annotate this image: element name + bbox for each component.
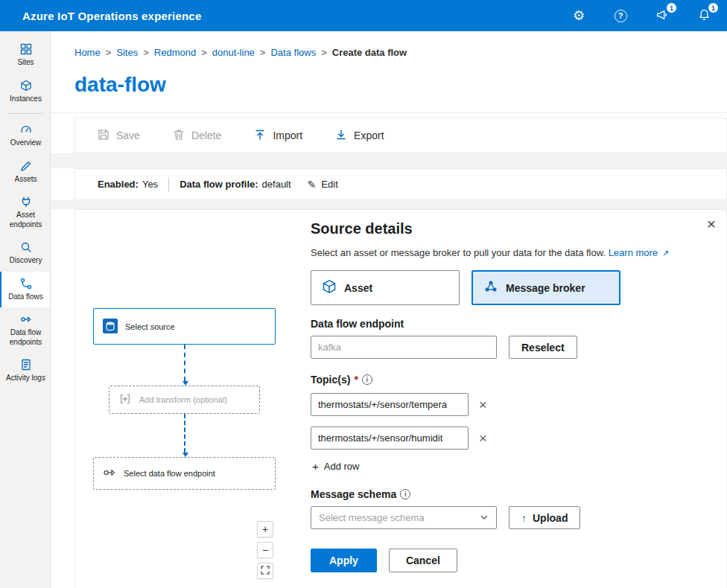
remove-topic-2-button[interactable]: × [479, 432, 487, 445]
select-endpoint-node[interactable]: Select data flow endpoint [93, 457, 276, 490]
add-row-button[interactable]: + Add row [312, 460, 359, 473]
sidebar-item-assets[interactable]: Assets [0, 154, 50, 191]
endpoint-field-label: Data flow endpoint [311, 318, 708, 330]
sidebar-item-discovery[interactable]: Discovery [0, 235, 50, 272]
schema-info-icon[interactable]: i [400, 489, 410, 499]
delete-label: Delete [191, 130, 221, 141]
zoom-in-button[interactable]: + [257, 521, 273, 537]
topics-label-text: Topic(s) [311, 374, 350, 386]
save-label: Save [116, 130, 140, 141]
delete-button[interactable]: Delete [173, 129, 221, 143]
asset-icon [322, 279, 337, 296]
sidebar-item-instances[interactable]: Instances [0, 74, 50, 110]
status-bar: Enabled: Yes Data flow profile: default … [74, 168, 727, 200]
main-area: Home > Sites > Redmond > donut-line > Da… [51, 31, 727, 588]
export-icon [335, 129, 347, 143]
sidebar-label: Discovery [10, 256, 42, 266]
sidebar-item-overview[interactable]: Overview [0, 118, 50, 154]
topics-field-label: Topic(s) * i [311, 374, 708, 386]
dismiss-icon: × [479, 431, 487, 446]
export-label: Export [354, 130, 384, 141]
breadcrumb-home[interactable]: Home [74, 47, 101, 58]
import-icon [254, 129, 266, 143]
gear-icon: ⚙ [573, 9, 585, 22]
header-divider [51, 112, 727, 113]
endpoint-node-label: Select data flow endpoint [124, 469, 215, 478]
edit-label: Edit [321, 179, 337, 190]
settings-button[interactable]: ⚙ [569, 6, 588, 25]
breadcrumb-current: Create data flow [332, 47, 407, 58]
fit-view-button[interactable] [257, 563, 273, 579]
add-transform-node[interactable]: Add transform (optional) [109, 386, 260, 414]
source-type-selector: Asset Message broker [311, 270, 708, 305]
export-button[interactable]: Export [335, 129, 384, 143]
panel-description-text: Select an asset or message broker to pul… [311, 247, 606, 258]
asset-endpoints-icon [20, 196, 32, 208]
topic-input-2[interactable] [311, 426, 469, 450]
help-icon: ? [615, 10, 627, 22]
transform-node-icon [118, 392, 132, 407]
close-icon: × [707, 215, 716, 232]
dismiss-icon: × [479, 397, 487, 412]
upload-button[interactable]: ↑ Upload [509, 506, 580, 529]
breadcrumb-sites[interactable]: Sites [116, 47, 138, 58]
endpoint-input[interactable] [311, 336, 497, 359]
topics-info-icon[interactable]: i [362, 374, 372, 385]
asset-option-card[interactable]: Asset [311, 270, 460, 305]
sidebar-item-asset-endpoints[interactable]: Asset endpoints [0, 190, 50, 235]
profile-label: Data flow profile: [180, 179, 258, 190]
upload-label: Upload [533, 512, 568, 524]
upload-icon: ↑ [521, 512, 527, 524]
overview-icon [20, 124, 32, 135]
flow-canvas[interactable]: Select source Add transform (optional) [75, 210, 299, 588]
top-bar: Azure IoT Operations experience ⚙ ? 1 [0, 0, 727, 31]
announcements-badge: 1 [667, 3, 676, 13]
required-asterisk: * [354, 374, 358, 386]
zoom-out-button[interactable]: − [257, 542, 273, 558]
sites-icon [20, 43, 32, 55]
cancel-button[interactable]: Cancel [389, 549, 457, 572]
message-schema-dropdown[interactable]: Select message schema [311, 506, 497, 529]
breadcrumb-site[interactable]: Redmond [154, 47, 196, 58]
save-button[interactable]: Save [98, 129, 140, 143]
message-broker-option-card[interactable]: Message broker [472, 270, 620, 305]
topic-input-1[interactable] [311, 393, 469, 416]
close-panel-button[interactable]: × [707, 216, 716, 231]
edit-button[interactable]: ✎ Edit [308, 179, 338, 191]
breadcrumb-separator: > [201, 47, 207, 58]
trash-icon [173, 129, 185, 143]
chevron-down-icon [480, 511, 489, 525]
dataflow-editor: Select source Add transform (optional) [74, 209, 727, 588]
apply-button[interactable]: Apply [311, 549, 377, 572]
import-button[interactable]: Import [254, 129, 302, 143]
panel-description: Select an asset or message broker to pul… [311, 247, 708, 258]
bell-icon [698, 8, 711, 23]
schema-dropdown-placeholder: Select message schema [319, 512, 425, 523]
sidebar-label: Instances [10, 95, 42, 104]
data-flows-icon [20, 278, 32, 290]
sidebar-item-sites[interactable]: Sites [0, 37, 50, 74]
zoom-in-icon: + [262, 523, 268, 535]
breadcrumb-separator: > [143, 47, 149, 58]
app-root: Azure IoT Operations experience ⚙ ? 1 [0, 0, 727, 588]
sidebar-item-activity-logs[interactable]: Activity logs [0, 353, 50, 389]
breadcrumb-separator: > [321, 47, 327, 58]
select-source-node[interactable]: Select source [93, 308, 276, 345]
enabled-label: Enabled: [98, 179, 139, 190]
zoom-controls: + − [257, 521, 273, 579]
learn-more-link[interactable]: Learn more [609, 247, 658, 258]
notifications-button[interactable]: 1 [694, 6, 714, 25]
save-icon [98, 129, 109, 143]
topic-row: × [311, 426, 708, 450]
remove-topic-1-button[interactable]: × [479, 398, 487, 412]
breadcrumb-instance[interactable]: donut-line [212, 47, 255, 58]
breadcrumb-data-flows[interactable]: Data flows [270, 47, 316, 58]
reselect-button[interactable]: Reselect [509, 336, 577, 359]
help-button[interactable]: ? [611, 6, 630, 25]
schema-label-text: Message schema [311, 488, 396, 500]
sidebar-item-data-flow-endpoints[interactable]: Data flow endpoints [0, 307, 50, 353]
sidebar-item-data-flows[interactable]: Data flows [0, 272, 50, 308]
announcements-button[interactable]: 1 [653, 6, 672, 25]
schema-field-label: Message schema i [311, 488, 708, 500]
data-flow-endpoints-icon [20, 313, 32, 325]
